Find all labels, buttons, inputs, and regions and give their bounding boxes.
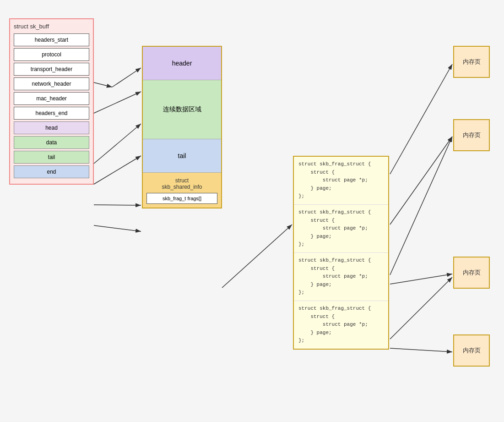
mem-shared-title: structskb_shared_info — [146, 177, 217, 190]
frag-struct-3: struct skb_frag_struct { struct { struct… — [294, 253, 388, 301]
svg-line-10 — [390, 137, 452, 225]
field-network-header: network_header — [14, 77, 89, 90]
field-protocol: protocol — [14, 48, 89, 61]
svg-line-12 — [390, 274, 452, 284]
svg-line-4 — [94, 124, 141, 164]
mem-frags: skb_frag_t frags[] — [146, 193, 217, 204]
mem-page-3: 内存页 — [453, 257, 490, 289]
frag-struct-2: struct skb_frag_struct { struct { struct… — [294, 205, 388, 253]
frag-structs-container: struct skb_frag_struct { struct { struct… — [293, 156, 389, 350]
mem-page-4: 内存页 — [453, 334, 490, 367]
mem-page-2: 内存页 — [453, 119, 490, 151]
svg-line-3 — [94, 92, 141, 113]
field-headers-start: headers_start — [14, 33, 89, 46]
svg-line-8 — [222, 225, 292, 288]
field-data: data — [14, 136, 89, 149]
svg-line-7 — [94, 225, 141, 231]
svg-line-11 — [390, 137, 452, 275]
svg-line-1 — [94, 82, 112, 87]
frag-struct-1: struct skb_frag_struct { struct { struct… — [294, 157, 388, 205]
frag-struct-4: struct skb_frag_struct { struct { struct… — [294, 301, 388, 349]
mem-tail-section: tail — [143, 139, 221, 173]
field-mac-header: mac_header — [14, 92, 89, 105]
field-headers-end: headers_end — [14, 107, 89, 120]
sk-buff-title: struct sk_buff — [14, 23, 89, 30]
mem-continuous-section: 连续数据区域 — [143, 80, 221, 139]
mem-header-section: header — [143, 47, 221, 80]
sk-buff-struct: struct sk_buff headers_start protocol tr… — [9, 18, 94, 185]
mem-shared-section: structskb_shared_info skb_frag_t frags[] — [143, 173, 221, 208]
field-head: head — [14, 121, 89, 134]
svg-line-9 — [390, 64, 452, 174]
svg-line-13 — [390, 348, 452, 352]
field-transport-header: transport_header — [14, 63, 89, 76]
svg-line-14 — [390, 277, 452, 339]
svg-line-6 — [94, 205, 141, 205]
memory-layout: header 连续数据区域 tail structskb_shared_info… — [142, 46, 222, 208]
svg-line-2 — [112, 68, 141, 87]
mem-page-1: 内存页 — [453, 46, 490, 78]
svg-line-5 — [94, 156, 141, 184]
field-end: end — [14, 165, 89, 178]
field-tail: tail — [14, 151, 89, 164]
